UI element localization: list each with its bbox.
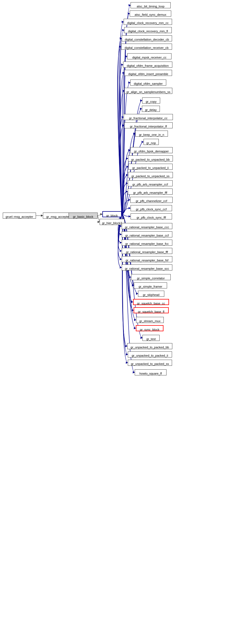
node-gr_ofdm_bpsk_demapper[interactable]: gr_ofdm_bpsk_demapper — [130, 147, 173, 153]
svg-marker-14 — [125, 55, 127, 57]
node-gr_squelch_base_cc[interactable]: gr_squelch_base_cc — [133, 299, 169, 305]
node-gruel_msg_accepter[interactable]: gruel::msg_accepter — [3, 213, 36, 219]
svg-marker-20 — [140, 108, 142, 110]
svg-marker-39 — [120, 266, 122, 269]
svg-marker-5 — [100, 213, 102, 215]
svg-marker-47 — [141, 337, 142, 339]
node-gr_hier_block2[interactable]: gr_hier_block2 — [100, 219, 124, 225]
svg-marker-38 — [120, 258, 122, 260]
node-gr_squelch_base_fl[interactable]: gr_squelch_base_fl — [134, 307, 169, 313]
node-digital_ofdm_insert_preamble[interactable]: digital_ofdm_insert_preamble — [124, 70, 172, 76]
node-digital_clock_recovery_mm_cc[interactable]: digital_clock_recovery_mm_cc — [124, 19, 172, 25]
svg-marker-29 — [126, 182, 128, 184]
node-gr_rational_resampler_base_fff[interactable]: gr_rational_resampler_base_fff — [122, 248, 172, 254]
node-digital_constellation_receiver_cb[interactable]: digital_constellation_receiver_cb — [121, 44, 172, 50]
node-gr_pfb_channelizer_ccf[interactable]: gr_pfb_channelizer_ccf — [130, 197, 173, 203]
node-atsc_bit_timing_loop[interactable]: atsc_bit_timing_loop — [131, 2, 171, 8]
node-digital_ofdm_frame_acquisition[interactable]: digital_ofdm_frame_acquisition — [123, 62, 172, 68]
svg-marker-23 — [133, 132, 135, 135]
node-digital_constellation_decoder_cb[interactable]: digital_constellation_decoder_cb — [122, 35, 172, 41]
svg-marker-15 — [121, 63, 123, 66]
node-gr_pfb_arb_resampler_ccf[interactable]: gr_pfb_arb_resampler_ccf — [128, 180, 173, 186]
node-gr_simple_correlator[interactable]: gr_simple_correlator — [131, 274, 171, 280]
node-gr_rational_resampler_base_fsf[interactable]: gr_rational_resampler_base_fsf — [122, 256, 172, 262]
node-gr_skiphead[interactable]: gr_skiphead — [138, 291, 164, 297]
svg-marker-19 — [140, 99, 142, 102]
svg-marker-48 — [125, 345, 127, 347]
svg-marker-26 — [126, 157, 128, 160]
svg-marker-25 — [128, 149, 130, 151]
svg-marker-44 — [132, 309, 134, 311]
svg-marker-22 — [122, 124, 124, 126]
svg-marker-16 — [123, 72, 124, 74]
node-gr_unpacked_to_packed_bb[interactable]: gr_unpacked_to_packed_bb — [127, 343, 172, 349]
node-gr_copy[interactable]: gr_copy — [142, 97, 160, 104]
svg-marker-11 — [122, 29, 124, 31]
svg-marker-31 — [128, 199, 130, 201]
node-gr_basic_block[interactable]: gr_basic_block — [69, 213, 98, 219]
svg-marker-41 — [132, 284, 134, 287]
node-gr_keep_one_in_n[interactable]: gr_keep_one_in_n — [135, 131, 168, 137]
node-gr_align_on_samplenumbers_ss[interactable]: gr_align_on_samplenumbers_ss — [124, 88, 172, 94]
node-gr_nop[interactable]: gr_nop — [144, 139, 159, 145]
diagram-container: gruel::msg_acceptergr_msg_acceptergr_bas… — [0, 0, 247, 644]
svg-marker-28 — [126, 174, 128, 176]
node-gr_test[interactable]: gr_test — [142, 335, 160, 341]
svg-marker-45 — [134, 319, 136, 321]
node-atsc_field_sync_demux[interactable]: atsc_field_sync_demux — [130, 10, 171, 17]
svg-marker-51 — [133, 371, 135, 373]
svg-marker-1 — [41, 214, 43, 217]
node-gr_rational_resampler_base_scc[interactable]: gr_rational_resampler_base_scc — [122, 264, 172, 271]
svg-marker-50 — [126, 362, 128, 364]
svg-marker-30 — [126, 190, 128, 193]
node-gr_delay[interactable]: gr_delay — [142, 106, 160, 112]
node-gr_fractional_interpolator_cc[interactable]: gr_fractional_interpolator_cc — [124, 114, 173, 120]
svg-marker-13 — [119, 46, 121, 48]
svg-marker-24 — [142, 141, 144, 143]
node-gr_packed_to_unpacked_ss[interactable]: gr_packed_to_unpacked_ss — [128, 172, 173, 178]
node-gr_packed_to_unpacked_bb[interactable]: gr_packed_to_unpacked_bb — [128, 155, 173, 161]
svg-marker-8 — [129, 4, 131, 6]
svg-marker-42 — [136, 293, 138, 295]
node-howto_square_ff[interactable]: howto_square_ff — [135, 369, 167, 375]
node-gr_pfb_clock_sync_ccf[interactable]: gr_pfb_clock_sync_ccf — [131, 205, 172, 211]
svg-marker-7 — [98, 221, 100, 223]
edges-svg — [0, 0, 247, 644]
svg-marker-49 — [126, 353, 128, 356]
svg-marker-21 — [122, 116, 124, 118]
svg-marker-37 — [120, 250, 122, 252]
node-gr_packed_to_unpacked_ii[interactable]: gr_packed_to_unpacked_ii — [128, 164, 173, 170]
node-gr_unpacked_to_packed_ii[interactable]: gr_unpacked_to_packed_ii — [128, 351, 172, 357]
svg-marker-33 — [129, 215, 131, 218]
node-gr_rational_resampler_base_ccc[interactable]: gr_rational_resampler_base_ccc — [122, 223, 172, 229]
svg-marker-18 — [123, 90, 124, 92]
node-digital_clock_recovery_mm_fl[interactable]: digital_clock_recovery_mm_fl — [124, 27, 172, 33]
svg-marker-46 — [134, 327, 136, 329]
node-gr_simple_framer[interactable]: gr_simple_framer — [134, 282, 167, 288]
node-gr_stream_mux[interactable]: gr_stream_mux — [136, 317, 164, 323]
node-gr_pfb_clock_sync_fff[interactable]: gr_pfb_clock_sync_fff — [131, 213, 172, 219]
svg-marker-35 — [120, 233, 122, 235]
node-gr_fractional_interpolator_ff[interactable]: gr_fractional_interpolator_ff — [124, 122, 173, 128]
svg-marker-43 — [131, 301, 133, 303]
node-gr_pfb_arb_resampler_fff[interactable]: gr_pfb_arb_resampler_fff — [128, 189, 173, 195]
node-gr_sync_block[interactable]: gr_sync_block — [136, 325, 163, 331]
svg-line-6 — [98, 216, 100, 222]
svg-marker-9 — [128, 12, 130, 15]
svg-marker-10 — [122, 21, 124, 23]
node-digital_mpsk_receiver_cc[interactable]: digital_mpsk_receiver_cc — [127, 53, 171, 59]
node-gr_rational_resampler_base_fcc[interactable]: gr_rational_resampler_base_fcc — [122, 240, 172, 246]
svg-marker-27 — [126, 166, 128, 168]
node-gr_block[interactable]: gr_block — [102, 211, 122, 217]
svg-line-4 — [98, 214, 102, 216]
node-gr_rational_resampler_base_ccf[interactable]: gr_rational_resampler_base_ccf — [122, 231, 172, 237]
svg-marker-36 — [120, 242, 122, 244]
svg-marker-17 — [128, 81, 130, 84]
svg-marker-40 — [129, 276, 131, 278]
svg-marker-32 — [129, 207, 131, 209]
node-digital_ofdm_sampler[interactable]: digital_ofdm_sampler — [130, 79, 166, 86]
node-gr_unpacked_to_packed_ss[interactable]: gr_unpacked_to_packed_ss — [128, 360, 172, 366]
svg-marker-12 — [120, 37, 122, 39]
